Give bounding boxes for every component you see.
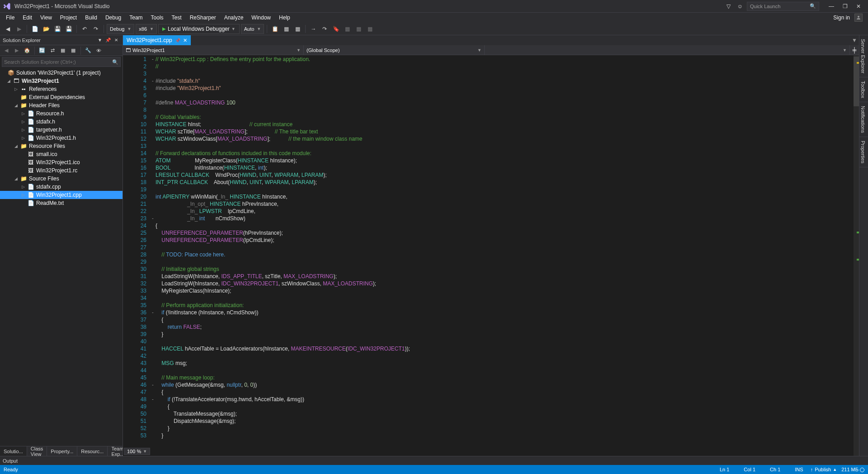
file-item[interactable]: ▷📄Resource.h: [0, 109, 123, 118]
project-node[interactable]: ◢🗔Win32Project1: [0, 77, 123, 85]
file-item[interactable]: 🖼Win32Project1.ico: [0, 158, 123, 166]
tb-icon-2[interactable]: ▦: [281, 24, 291, 34]
readme-file[interactable]: 📄ReadMe.txt: [0, 199, 123, 207]
vertical-scrollbar[interactable]: [854, 55, 859, 456]
solution-search-box[interactable]: 🔍: [2, 57, 121, 67]
panel-dropdown-button[interactable]: ▼: [96, 37, 104, 44]
solution-forward-button[interactable]: ▶: [12, 46, 21, 55]
resource-files-folder[interactable]: ◢📁Resource Files: [0, 142, 123, 150]
panel-pin-button[interactable]: 📌: [104, 37, 112, 44]
file-item[interactable]: 🖼small.ico: [0, 150, 123, 158]
tb-icon-6[interactable]: ▦: [342, 24, 352, 34]
memory-indicator[interactable]: 211 MБ: [841, 467, 864, 472]
menu-file[interactable]: File: [2, 14, 19, 22]
bottom-tab[interactable]: Class View: [27, 446, 47, 456]
tb-icon-3[interactable]: ▦: [292, 24, 302, 34]
menu-project[interactable]: Project: [56, 14, 81, 22]
nav-back-button[interactable]: ◀: [3, 24, 13, 34]
menu-resharper[interactable]: ReSharper: [186, 14, 220, 22]
right-tab-notifications[interactable]: Notifications: [859, 102, 868, 137]
bottom-tab[interactable]: Solutio...: [0, 446, 27, 456]
file-item[interactable]: ▷📄stdafx.h: [0, 118, 123, 126]
nav-scope-dropdown[interactable]: (Global Scope)▼: [304, 45, 485, 55]
tb-icon-8[interactable]: ▦: [365, 24, 375, 34]
solution-collapse-button[interactable]: ▦: [58, 46, 67, 55]
folder-icon: 📁: [20, 175, 27, 182]
solution-show-all-button[interactable]: ▦: [69, 46, 78, 55]
tb-icon-1[interactable]: 📋: [270, 24, 280, 34]
code-text-area[interactable]: // Win32Project1.cpp : Defines the entry…: [156, 55, 859, 456]
doc-tabs-dropdown[interactable]: ▼: [850, 35, 859, 45]
navigation-bar: 🗔Win32Project1▼ (Global Scope)▼ ▼ ╪: [123, 45, 859, 55]
scrollbar-thumb[interactable]: [854, 57, 859, 106]
minimize-button[interactable]: —: [825, 1, 838, 11]
platform-dropdown[interactable]: x86▼: [136, 24, 157, 34]
maximize-button[interactable]: ❐: [838, 1, 852, 11]
tab-pin-icon[interactable]: 📌: [175, 38, 180, 43]
menu-view[interactable]: View: [36, 14, 56, 22]
file-item[interactable]: ▷📄stdafx.cpp: [0, 183, 123, 191]
nav-member-dropdown[interactable]: ▼: [485, 45, 850, 55]
menu-debug[interactable]: Debug: [101, 14, 125, 22]
redo-button[interactable]: ↷: [91, 24, 101, 34]
right-tab-server-explorer[interactable]: Server Explorer: [859, 35, 868, 77]
external-deps-folder[interactable]: 📁External Dependencies: [0, 93, 123, 101]
solution-refresh-button[interactable]: 🔄: [38, 46, 47, 55]
feedback-icon[interactable]: ☺: [735, 1, 745, 11]
menu-team[interactable]: Team: [125, 14, 146, 22]
code-editor[interactable]: 1234567891011121314151617181920212223242…: [123, 55, 859, 456]
solution-preview-button[interactable]: 👁: [94, 46, 103, 55]
tab-close-icon[interactable]: ✕: [183, 38, 187, 43]
sign-in-link[interactable]: Sign in: [833, 14, 850, 21]
document-tab[interactable]: Win32Project1.cpp 📌 ✕: [123, 35, 191, 45]
solution-back-button[interactable]: ◀: [2, 46, 11, 55]
start-debug-button[interactable]: ▶Local Windows Debugger▼: [158, 24, 240, 34]
menu-tools[interactable]: Tools: [147, 14, 168, 22]
references-folder[interactable]: ▷▪▪References: [0, 85, 123, 93]
file-item[interactable]: 🖼Win32Project1.rc: [0, 166, 123, 175]
right-tab-toolbox[interactable]: Toolbox: [859, 77, 868, 102]
solution-home-button[interactable]: 🏠: [23, 46, 32, 55]
right-tab-properties[interactable]: Properties: [859, 137, 868, 167]
solution-search-input[interactable]: [4, 59, 112, 65]
file-item[interactable]: ▷📄Win32Project1.h: [0, 134, 123, 142]
step-over-button[interactable]: ↷: [320, 24, 330, 34]
new-project-button[interactable]: 📄: [30, 24, 40, 34]
output-panel-header[interactable]: Output: [0, 456, 868, 465]
file-item[interactable]: ▷📄targetver.h: [0, 126, 123, 134]
zoom-dropdown[interactable]: 100 %▼: [124, 448, 150, 455]
bottom-tab[interactable]: Property...: [47, 446, 77, 456]
menu-help[interactable]: Help: [275, 14, 294, 22]
tb-icon-7[interactable]: ▦: [354, 24, 363, 34]
file-item[interactable]: ▷📄Win32Project1.cpp: [0, 191, 123, 199]
menu-test[interactable]: Test: [168, 14, 186, 22]
user-avatar-icon[interactable]: [854, 14, 863, 22]
menu-window[interactable]: Window: [247, 14, 275, 22]
close-button[interactable]: ✕: [852, 1, 865, 11]
nav-forward-button[interactable]: ▶: [14, 24, 24, 34]
quick-launch-input[interactable]: Quick Launch 🔍: [747, 2, 819, 11]
solution-sync-button[interactable]: ⇄: [48, 46, 57, 55]
quick-launch-placeholder: Quick Launch: [750, 4, 780, 9]
nav-project-dropdown[interactable]: 🗔Win32Project1▼: [123, 45, 304, 55]
bookmark-button[interactable]: 🔖: [331, 24, 341, 34]
notifications-icon[interactable]: ▽: [723, 1, 733, 11]
source-files-folder[interactable]: ◢📁Source Files: [0, 175, 123, 183]
panel-close-button[interactable]: ✕: [113, 37, 120, 44]
undo-button[interactable]: ↶: [80, 24, 90, 34]
step-into-button[interactable]: →: [308, 24, 318, 34]
solution-root[interactable]: 📦Solution 'Win32Project1' (1 project): [0, 69, 123, 77]
publish-button[interactable]: ↑Publish▲: [811, 467, 837, 472]
header-files-folder[interactable]: ◢📁Header Files: [0, 101, 123, 109]
bottom-tab[interactable]: Resourc...: [77, 446, 108, 456]
menu-edit[interactable]: Edit: [19, 14, 36, 22]
build-config-dropdown[interactable]: Debug▼: [107, 24, 134, 34]
split-editor-button[interactable]: ╪: [850, 45, 859, 55]
menu-build[interactable]: Build: [81, 14, 101, 22]
debug-target-dropdown[interactable]: Auto▼: [241, 24, 264, 34]
save-button[interactable]: 💾: [52, 24, 62, 34]
menu-analyze[interactable]: Analyze: [220, 14, 248, 22]
save-all-button[interactable]: 💾: [64, 24, 74, 34]
solution-properties-button[interactable]: 🔧: [84, 46, 93, 55]
open-file-button[interactable]: 📂: [41, 24, 51, 34]
